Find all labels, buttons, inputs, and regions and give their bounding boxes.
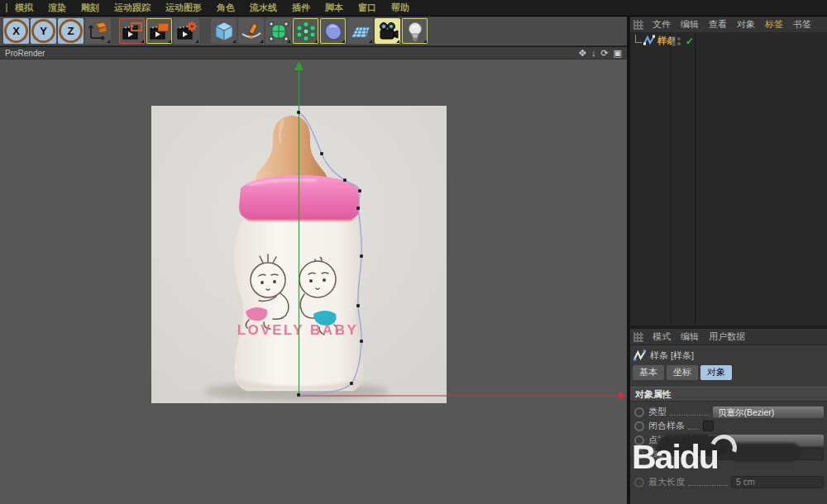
menu-motion-tracking[interactable]: 运动跟踪: [107, 2, 158, 14]
watermark-text: Baidu: [632, 438, 718, 477]
array-generator-button[interactable]: [293, 18, 318, 44]
y-axis-icon: Y: [31, 19, 55, 43]
type-dropdown[interactable]: 贝塞尔(Bezier): [713, 407, 824, 418]
om-menu-edit[interactable]: 编辑: [676, 18, 704, 31]
object-manager-menubar: 文件 编辑 查看 对象 标签 书签: [630, 17, 827, 33]
menu-window[interactable]: 窗口: [351, 2, 384, 14]
lock-y-axis-button[interactable]: Y: [31, 18, 56, 44]
tree-elbow-icon: [635, 35, 642, 43]
right-panel: 文件 编辑 查看 对象 标签 书签 样条 ✓: [630, 17, 827, 504]
subdivision-surface-button[interactable]: [265, 18, 291, 44]
anim-dot-icon[interactable]: [634, 407, 644, 417]
array-icon: [295, 21, 317, 42]
attr-row-close-spline: 闭合样条: [633, 419, 824, 433]
visibility-dots-icon[interactable]: [677, 37, 681, 45]
om-menu-view[interactable]: 查看: [704, 18, 732, 31]
max-length-field[interactable]: 5 cm: [731, 476, 824, 488]
camera-button[interactable]: [375, 18, 400, 44]
render-view-button[interactable]: [119, 18, 145, 44]
spline-pen-icon: [241, 21, 262, 42]
main-menubar: 模拟 渲染 雕刻 运动跟踪 运动图形 角色 流水线 插件 脚本 窗口 帮助: [0, 0, 827, 17]
viewport-renderer-label: ProRender: [5, 49, 45, 58]
om-menu-object[interactable]: 对象: [732, 18, 760, 31]
enabled-check-icon[interactable]: ✓: [686, 36, 694, 47]
y-axis-arrow-icon: [294, 61, 304, 70]
attribute-object-title: 样条 [样条]: [630, 345, 827, 364]
viewport-panel: ProRender ✥ ↓ ⟳ ▣: [0, 47, 627, 504]
subdivision-surface-icon: [268, 21, 289, 42]
attribute-manager: 模式 编辑 用户数据 样条 [样条] 基本 坐标 对象 对象属性: [630, 329, 827, 504]
spline-object-icon: [633, 349, 646, 362]
reference-image-baby-bottle: LOVELY BABY: [151, 106, 447, 403]
render-view-icon: [122, 21, 143, 42]
clipped-menu-item: [1, 3, 7, 12]
tab-basic[interactable]: 基本: [633, 365, 664, 380]
lock-x-axis-button[interactable]: X: [3, 18, 29, 44]
lock-z-axis-button[interactable]: Z: [58, 18, 84, 44]
main-toolbar: X Y Z: [0, 17, 627, 46]
menu-simulate[interactable]: 模拟: [7, 2, 41, 14]
cinema4d-window: 模拟 渲染 雕刻 运动跟踪 运动图形 角色 流水线 插件 脚本 窗口 帮助 X …: [0, 0, 827, 504]
attr-row-type: 类型 贝塞尔(Bezier): [633, 405, 824, 419]
menu-mograph[interactable]: 运动图形: [158, 2, 209, 14]
anim-dot-icon[interactable]: [634, 478, 644, 487]
anim-dot-icon[interactable]: [634, 421, 644, 431]
panel-grip-icon[interactable]: [633, 332, 643, 342]
viewport-canvas[interactable]: LOVELY BABY: [0, 60, 627, 504]
close-spline-checkbox[interactable]: [703, 421, 714, 431]
camera-icon: [377, 21, 399, 42]
menu-plugins[interactable]: 插件: [284, 2, 318, 14]
render-settings-icon: [176, 21, 198, 42]
spline-pen-button[interactable]: [238, 18, 264, 44]
viewport-maximize-icon[interactable]: ▣: [614, 49, 622, 58]
metaball-button[interactable]: [320, 18, 346, 44]
spline-object-icon: [643, 35, 655, 46]
workplane-icon: [88, 21, 109, 42]
bottle-caption-text: LOVELY BABY: [237, 322, 359, 338]
object-row-spline[interactable]: 样条 ✓: [630, 33, 827, 48]
dotted-leader: [670, 408, 710, 416]
x-axis-arrow-icon: [619, 392, 626, 400]
tab-coordinates[interactable]: 坐标: [667, 365, 698, 380]
om-menu-file[interactable]: 文件: [648, 18, 676, 31]
panel-grip-icon[interactable]: [633, 20, 643, 30]
om-menu-bookmarks[interactable]: 书签: [788, 18, 816, 31]
light-button[interactable]: [402, 18, 428, 44]
am-menu-edit[interactable]: 编辑: [676, 330, 704, 343]
floor-button[interactable]: [347, 18, 373, 44]
menu-render[interactable]: 渲染: [41, 2, 74, 14]
am-menu-mode[interactable]: 模式: [648, 330, 676, 343]
attribute-tabs: 基本 坐标 对象: [630, 364, 827, 383]
menu-sculpt[interactable]: 雕刻: [74, 2, 107, 14]
attr-row-max-length: 最大长度 5 cm: [633, 475, 824, 489]
om-menu-tags[interactable]: 标签: [760, 18, 788, 31]
attr-label: 最大长度: [648, 476, 685, 488]
menu-character[interactable]: 角色: [209, 2, 242, 14]
dotted-leader: [688, 422, 700, 430]
viewport-header: ProRender ✥ ↓ ⟳ ▣: [0, 47, 627, 59]
attr-label: 类型: [648, 406, 667, 418]
viewport-pan-icon[interactable]: ✥: [579, 49, 586, 58]
viewport-rotate-icon[interactable]: ⟳: [600, 49, 608, 58]
render-picture-viewer-icon: [149, 21, 170, 42]
render-to-picture-viewer-button[interactable]: [146, 18, 172, 44]
metaball-icon: [323, 21, 344, 42]
menu-help[interactable]: 帮助: [384, 2, 417, 14]
workplane-mode-button[interactable]: [85, 18, 111, 44]
z-axis-icon: Z: [59, 19, 83, 43]
am-menu-userdata[interactable]: 用户数据: [704, 330, 750, 343]
add-cube-button[interactable]: [211, 18, 237, 44]
tab-object[interactable]: 对象: [700, 365, 732, 380]
viewport-dolly-icon[interactable]: ↓: [591, 49, 596, 58]
menu-script[interactable]: 脚本: [318, 2, 351, 14]
watermark-blob: [728, 443, 801, 462]
floor-icon: [350, 21, 371, 42]
cube-icon: [213, 21, 235, 42]
attr-label: 闭合样条: [648, 420, 685, 432]
menu-pipeline[interactable]: 流水线: [242, 2, 284, 14]
x-axis-icon: X: [4, 19, 28, 43]
light-icon: [404, 21, 426, 42]
edit-render-settings-button[interactable]: [174, 18, 199, 44]
layer-toggle-icon[interactable]: [672, 36, 676, 46]
object-manager-tree[interactable]: 样条 ✓: [630, 32, 827, 326]
